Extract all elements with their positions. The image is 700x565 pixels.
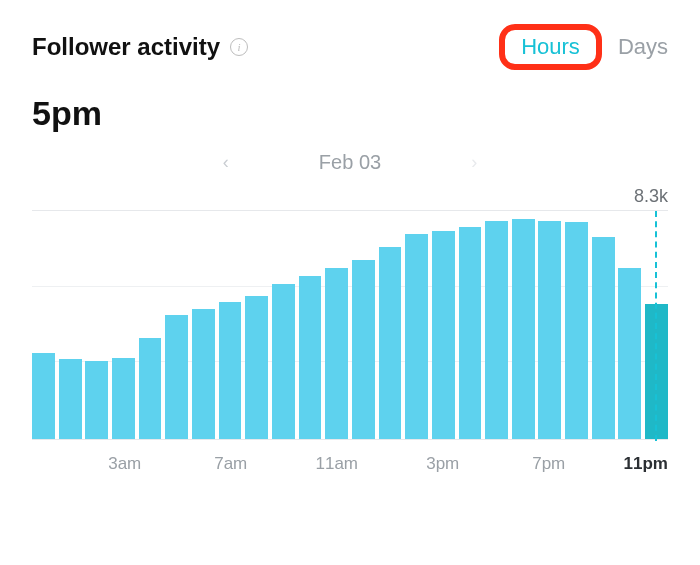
bar[interactable] (59, 359, 82, 439)
info-icon[interactable]: i (230, 38, 248, 56)
bar[interactable] (405, 234, 428, 439)
time-tabs: Hours Days (505, 28, 668, 66)
bar[interactable] (565, 222, 588, 439)
bar[interactable] (432, 231, 455, 439)
bar[interactable] (219, 302, 242, 439)
selected-hour: 5pm (32, 94, 668, 133)
x-tick: 7pm (532, 454, 565, 474)
x-tick: 3pm (426, 454, 459, 474)
bar[interactable] (325, 268, 348, 439)
x-tick: 7am (214, 454, 247, 474)
bar[interactable] (512, 219, 535, 439)
date-label: Feb 03 (319, 151, 381, 174)
tab-hours-label: Hours (521, 34, 580, 59)
bar[interactable] (245, 296, 268, 439)
bar[interactable] (165, 315, 188, 439)
tab-hours[interactable]: Hours (505, 28, 596, 66)
date-nav: ‹ Feb 03 › (32, 151, 668, 174)
bar[interactable] (32, 353, 55, 439)
x-tick: 11pm (624, 454, 668, 474)
header-row: Follower activity i Hours Days (32, 28, 668, 66)
bars-container (32, 211, 668, 439)
prev-day-button[interactable]: ‹ (223, 152, 229, 173)
bar[interactable] (85, 361, 108, 439)
bar[interactable] (379, 247, 402, 439)
tab-days[interactable]: Days (618, 34, 668, 60)
title-group: Follower activity i (32, 33, 248, 61)
bar[interactable] (272, 284, 295, 439)
bar[interactable] (352, 260, 375, 439)
chart: 8.3k 3am7am11am3pm7pm11pm (32, 210, 668, 484)
chart-area[interactable] (32, 210, 668, 440)
bar[interactable] (192, 309, 215, 439)
bar[interactable] (618, 268, 641, 439)
section-title: Follower activity (32, 33, 220, 61)
bar[interactable] (112, 358, 135, 439)
bar[interactable] (538, 221, 561, 439)
x-tick: 11am (315, 454, 358, 474)
bar[interactable] (485, 221, 508, 439)
bar[interactable] (299, 276, 322, 439)
marker-line (655, 211, 657, 441)
x-axis: 3am7am11am3pm7pm11pm (32, 448, 668, 484)
bar[interactable] (459, 227, 482, 439)
bar[interactable] (139, 338, 162, 439)
value-annotation: 8.3k (634, 186, 668, 207)
next-day-button[interactable]: › (471, 152, 477, 173)
x-tick: 3am (108, 454, 141, 474)
bar[interactable] (592, 237, 615, 439)
